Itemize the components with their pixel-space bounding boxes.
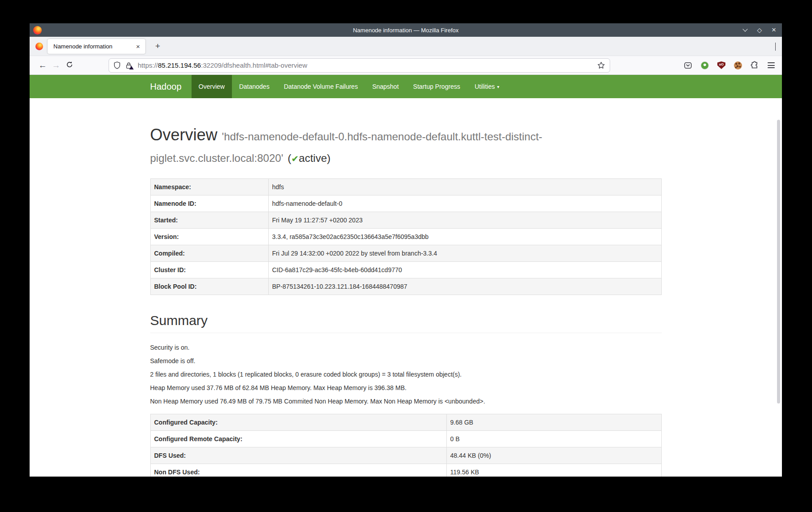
row-label: Non DFS Used:: [150, 464, 446, 477]
desktop-background: Namenode information — Mozilla Firefox ◇…: [0, 0, 812, 512]
row-value: hdfs-namenode-default-0: [268, 195, 661, 212]
summary-line: 2 files and directories, 1 blocks (1 rep…: [150, 370, 662, 379]
table-row: Compiled:Fri Jul 29 14:32:00 +0200 2022 …: [150, 245, 661, 262]
warning-triangle-icon: [129, 66, 134, 69]
window-titlebar: Namenode information — Mozilla Firefox ◇…: [30, 23, 782, 37]
row-label: Configured Capacity:: [150, 414, 446, 431]
table-row: Non DFS Used:119.56 KB: [150, 464, 661, 477]
page-title: Overview 'hdfs-namenode-default-0.hdfs-n…: [150, 124, 662, 167]
new-tab-button[interactable]: +: [152, 40, 164, 52]
tab-strip: Namenode information × +: [30, 37, 782, 56]
row-label: Cluster ID:: [150, 262, 268, 278]
caret-down-icon: ▾: [497, 84, 499, 89]
tab-namenode-information[interactable]: Namenode information ×: [48, 39, 145, 54]
toolbar-extensions: uO: [684, 61, 775, 69]
hadoop-navbar: Hadoop Overview Datanodes Datanode Volum…: [30, 75, 782, 98]
row-label: Configured Remote Capacity:: [150, 431, 446, 447]
nav-item-snapshot[interactable]: Snapshot: [365, 75, 406, 98]
firefox-view-icon: [35, 43, 43, 50]
firefox-view-button[interactable]: [32, 39, 46, 53]
menu-hamburger-button[interactable]: [768, 62, 775, 68]
row-value: 0 B: [446, 431, 661, 447]
table-row: Cluster ID:CID-6a817c29-ac36-45fc-b4eb-6…: [150, 262, 661, 278]
nav-item-overview[interactable]: Overview: [192, 75, 232, 98]
table-row: Namespace:hdfs: [150, 179, 661, 195]
table-row: Started:Fri May 19 11:27:57 +0200 2023: [150, 212, 661, 229]
reload-button[interactable]: [63, 61, 76, 70]
row-value: 9.68 GB: [446, 414, 661, 431]
navbar-brand-hadoop[interactable]: Hadoop: [150, 75, 192, 98]
url-host: 85.215.194.56: [158, 61, 201, 69]
window-title: Namenode information — Mozilla Firefox: [30, 27, 782, 34]
nav-item-utilities[interactable]: Utilities▾: [467, 75, 506, 98]
window-controls: ◇ ×: [742, 23, 777, 37]
url-path: :32209/dfshealth.html#tab-overview: [201, 61, 307, 69]
reload-icon: [66, 61, 73, 68]
row-value: Fri May 19 11:27:57 +0200 2023: [268, 212, 661, 229]
namenode-info-table: Namespace:hdfs Namenode ID:hdfs-namenode…: [150, 178, 662, 295]
ublock-origin-icon[interactable]: uO: [717, 61, 725, 69]
row-label: Block Pool ID:: [150, 278, 268, 295]
table-row: Block Pool ID:BP-875134261-10.223.121.18…: [150, 278, 661, 295]
row-label: Namenode ID:: [150, 195, 268, 212]
row-value: CID-6a817c29-ac36-45fc-b4eb-60dd41cd9770: [268, 262, 661, 278]
state-label: active): [299, 152, 331, 164]
tab-title: Namenode information: [53, 43, 134, 50]
row-value: BP-875134261-10.223.121.184-168448847098…: [268, 278, 661, 295]
row-value: Fri Jul 29 14:32:00 +0200 2022 by stevel…: [268, 245, 661, 262]
minimize-button[interactable]: [742, 26, 749, 34]
row-label: Version:: [150, 229, 268, 245]
page-title-text: Overview: [150, 126, 218, 144]
table-row: DFS Used:48.44 KB (0%): [150, 447, 661, 464]
page-content: Overview 'hdfs-namenode-default-0.hdfs-n…: [30, 98, 782, 477]
pocket-save-icon[interactable]: [684, 61, 692, 69]
lock-warning-icon[interactable]: [125, 62, 132, 69]
divider: [150, 333, 662, 333]
chevron-down-icon: [775, 43, 776, 51]
cookie-extension-icon[interactable]: [734, 61, 742, 69]
bookmark-star-icon[interactable]: [597, 61, 605, 69]
table-row: Namenode ID:hdfs-namenode-default-0: [150, 195, 661, 212]
maximize-button[interactable]: ◇: [756, 26, 763, 34]
forward-button[interactable]: →: [49, 61, 63, 70]
back-button[interactable]: ←: [36, 61, 49, 70]
url-text: https://85.215.194.56:32209/dfshealth.ht…: [138, 61, 597, 69]
active-check-icon: ✔: [291, 154, 299, 164]
tab-overflow-button[interactable]: [775, 43, 776, 51]
summary-heading: Summary: [150, 313, 662, 328]
row-label: Namespace:: [150, 179, 268, 195]
browser-window: Namenode information — Mozilla Firefox ◇…: [30, 23, 782, 477]
table-row: Version:3.3.4, ra585a73c3e02ac62350c1366…: [150, 229, 661, 245]
summary-line: Heap Memory used 37.76 MB of 62.84 MB He…: [150, 383, 662, 392]
tab-close-icon[interactable]: ×: [134, 43, 142, 50]
table-row: Configured Remote Capacity:0 B: [150, 431, 661, 447]
chevron-down-icon: [742, 26, 747, 31]
nav-item-startup-progress[interactable]: Startup Progress: [406, 75, 467, 98]
extension-green-icon[interactable]: [701, 61, 709, 69]
extensions-puzzle-icon[interactable]: [751, 61, 759, 69]
page-scrollbar[interactable]: [777, 120, 780, 404]
summary-line: Non Heap Memory used 76.49 MB of 79.75 M…: [150, 397, 662, 406]
nav-item-datanode-volume-failures[interactable]: Datanode Volume Failures: [277, 75, 365, 98]
shield-permissions-icon[interactable]: [114, 61, 121, 69]
row-label: Started:: [150, 212, 268, 229]
nav-item-datanodes[interactable]: Datanodes: [232, 75, 277, 98]
url-bar[interactable]: https://85.215.194.56:32209/dfshealth.ht…: [109, 58, 610, 73]
row-value: 119.56 KB: [446, 464, 661, 477]
row-label: Compiled:: [150, 245, 268, 262]
url-scheme: https://: [138, 61, 158, 69]
row-label: DFS Used:: [150, 447, 446, 464]
nav-item-utilities-label: Utilities: [475, 83, 495, 90]
summary-line: Security is on.: [150, 343, 662, 352]
summary-line: Safemode is off.: [150, 356, 662, 365]
browser-toolbar: ← → https://85.215: [30, 56, 782, 75]
close-window-button[interactable]: ×: [770, 26, 777, 34]
row-value: 3.3.4, ra585a73c3e02ac62350c136643a5e7f6…: [268, 229, 661, 245]
row-value: hdfs: [268, 179, 661, 195]
row-value: 48.44 KB (0%): [446, 447, 661, 464]
table-row: Configured Capacity:9.68 GB: [150, 414, 661, 431]
capacity-table: Configured Capacity:9.68 GB Configured R…: [150, 414, 662, 477]
